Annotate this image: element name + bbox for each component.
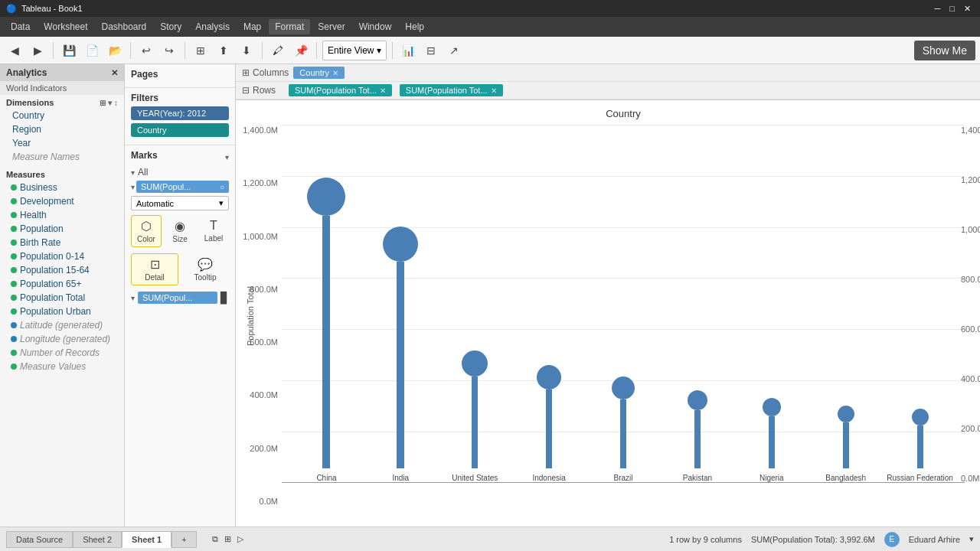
dimensions-label: Dimensions <box>6 98 54 107</box>
measure-business[interactable]: Business <box>0 181 124 194</box>
presentation-icon[interactable]: ▷ <box>237 534 243 544</box>
measure-longitude[interactable]: Longitude (generated) <box>0 332 124 346</box>
show-me-button[interactable]: Show Me <box>914 41 975 60</box>
tab-add[interactable]: + <box>172 531 196 548</box>
dimensions-sort-icon[interactable]: ↕ <box>114 99 118 107</box>
size-button[interactable]: ◉ Size <box>165 215 195 247</box>
country-pill-close[interactable]: ✕ <box>332 69 338 77</box>
lollipop-bangladesh[interactable] <box>808 406 883 468</box>
measure-pop-15-64[interactable]: Population 15-64 <box>0 263 124 277</box>
share-button[interactable]: ↗ <box>444 41 464 60</box>
tab-sheet-1[interactable]: Sheet 1 <box>122 531 172 548</box>
row-pill-1[interactable]: SUM(Population Tot... ✕ <box>289 84 392 96</box>
country-pill[interactable]: Country ✕ <box>293 67 345 79</box>
panel-header: Analytics ✕ <box>0 64 124 81</box>
tab-data-source[interactable]: Data Source <box>6 531 73 548</box>
business-label: Business <box>20 182 57 193</box>
user-chevron[interactable]: ▾ <box>969 534 974 544</box>
menu-data[interactable]: Data <box>5 19 36 34</box>
row-pill-2-close[interactable]: ✕ <box>491 86 497 95</box>
view-dropdown[interactable]: Entire View ▾ <box>322 41 387 60</box>
tooltip-button[interactable]: 💬 Tooltip <box>181 253 229 285</box>
lollipop-brazil[interactable] <box>586 377 661 468</box>
menu-help[interactable]: Help <box>399 19 430 34</box>
menu-window[interactable]: Window <box>353 19 398 34</box>
sort-asc-button[interactable]: ⬆ <box>214 41 234 60</box>
measure-birth-rate[interactable]: Birth Rate <box>0 236 124 249</box>
menu-worksheet[interactable]: Worksheet <box>38 19 93 34</box>
lollipop-indonesia[interactable] <box>512 365 586 468</box>
measure-latitude[interactable]: Latitude (generated) <box>0 318 124 332</box>
bar-india: India <box>364 227 438 483</box>
panel-close-icon[interactable]: ✕ <box>111 68 118 78</box>
lollipop-usa[interactable] <box>438 350 512 468</box>
lollipop-nigeria[interactable] <box>734 398 808 468</box>
filter-country[interactable]: Country <box>131 123 229 137</box>
dim-measure-names[interactable]: Measure Names <box>0 150 124 164</box>
undo-button[interactable]: ↩ <box>136 41 156 60</box>
color-icon: ⬡ <box>141 219 152 233</box>
measure-pop-urban[interactable]: Population Urban <box>0 305 124 318</box>
measure-health[interactable]: Health <box>0 208 124 222</box>
highlight-button[interactable]: 🖍 <box>268 41 288 60</box>
annotate-button[interactable]: 📌 <box>291 41 311 60</box>
open-button[interactable]: 📂 <box>105 41 125 60</box>
sum-popul-field[interactable]: SUM(Popul... ○ <box>136 181 229 193</box>
measure-development[interactable]: Development <box>0 194 124 208</box>
color-button[interactable]: ⬡ Color <box>131 215 162 247</box>
latitude-label: Latitude (generated) <box>20 320 103 331</box>
sum-popul-2-field[interactable]: SUM(Popul... <box>138 292 217 304</box>
measure-population[interactable]: Population <box>0 222 124 236</box>
measure-num-records[interactable]: Number of Records <box>0 346 124 360</box>
menu-story[interactable]: Story <box>154 19 188 34</box>
close-button[interactable]: ✕ <box>961 4 974 14</box>
row-pill-1-close[interactable]: ✕ <box>380 86 386 95</box>
lollipop-pakistan[interactable] <box>660 390 734 468</box>
measure-pop-total[interactable]: Population Total <box>0 291 124 305</box>
lollipop-china[interactable] <box>289 178 364 468</box>
new-sheet-icon[interactable]: ⊞ <box>224 534 231 544</box>
size-icon: ◉ <box>175 219 185 233</box>
dim-year[interactable]: Year <box>0 136 124 150</box>
pages-label: Pages <box>131 69 229 80</box>
circle-china <box>307 178 345 216</box>
menu-server[interactable]: Server <box>312 19 351 34</box>
filter-year[interactable]: YEAR(Year): 2012 <box>131 106 229 120</box>
table-button[interactable]: ⊟ <box>421 41 441 60</box>
dimensions-add-icon[interactable]: ▾ <box>108 99 112 107</box>
lollipop-russia[interactable] <box>883 409 957 468</box>
label-button[interactable]: T Label <box>198 215 229 247</box>
sum-info: SUM(Population Total): 3,992.6M <box>751 535 875 544</box>
lollipop-india[interactable] <box>364 227 438 468</box>
dim-country[interactable]: Country <box>0 109 124 122</box>
marks-type-dropdown[interactable]: Automatic ▾ <box>131 196 229 210</box>
detail-button[interactable]: ⊡ Detail <box>131 253 178 285</box>
circle-bangladesh <box>838 406 854 422</box>
dimensions-search-icon[interactable]: ⊞ <box>100 99 106 107</box>
new-button[interactable]: 📄 <box>82 41 102 60</box>
menu-analysis[interactable]: Analysis <box>189 19 236 34</box>
duplicate-sheet-icon[interactable]: ⧉ <box>212 534 218 544</box>
menu-dashboard[interactable]: Dashboard <box>96 19 153 34</box>
minimize-button[interactable]: ─ <box>932 4 944 14</box>
back-button[interactable]: ◀ <box>5 41 24 60</box>
circle-icon: ○ <box>220 183 224 191</box>
label-label: Label <box>204 234 223 243</box>
bar-indonesia: Indonesia <box>512 365 586 483</box>
redo-button[interactable]: ↪ <box>159 41 179 60</box>
sort-desc-button[interactable]: ⬇ <box>237 41 256 60</box>
tab-sheet-2[interactable]: Sheet 2 <box>73 531 122 548</box>
menu-format[interactable]: Format <box>269 19 310 34</box>
measure-pop-65[interactable]: Population 65+ <box>0 277 124 291</box>
chart-button[interactable]: 📊 <box>398 41 418 60</box>
save-button[interactable]: 💾 <box>59 41 79 60</box>
y-axis-right: 1,400.0M 1,200.0M 1,000.0M 800.0M 600.0M… <box>957 126 980 483</box>
row-pill-2[interactable]: SUM(Population Tot... ✕ <box>400 84 503 96</box>
measure-pop-0-14[interactable]: Population 0-14 <box>0 249 124 263</box>
group-button[interactable]: ⊞ <box>191 41 211 60</box>
measure-values[interactable]: Measure Values <box>0 360 124 373</box>
forward-button[interactable]: ▶ <box>28 41 47 60</box>
dim-region[interactable]: Region <box>0 122 124 136</box>
maximize-button[interactable]: □ <box>946 4 958 14</box>
menu-map[interactable]: Map <box>237 19 267 34</box>
